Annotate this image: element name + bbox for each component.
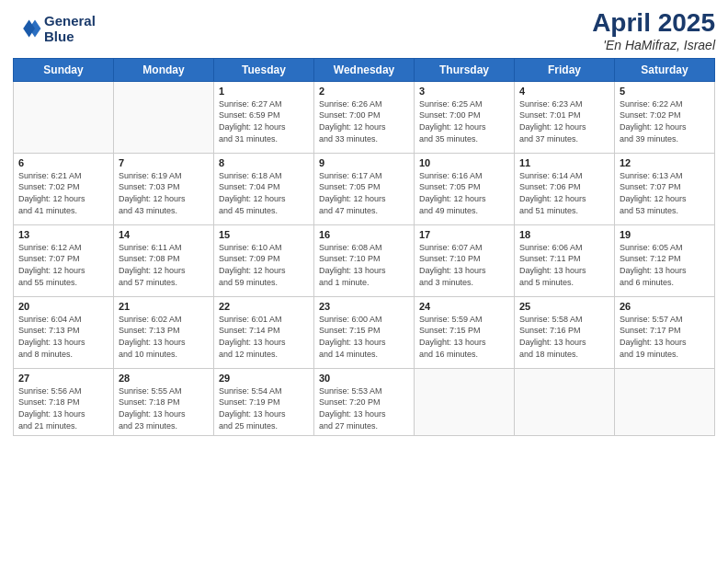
day-info: Sunrise: 5:55 AM Sunset: 7:18 PM Dayligh… — [119, 385, 209, 431]
day-number: 13 — [18, 229, 108, 240]
day-number: 12 — [620, 157, 710, 168]
day-info: Sunrise: 6:23 AM Sunset: 7:01 PM Dayligh… — [519, 98, 609, 144]
day-number: 9 — [319, 157, 409, 168]
page-container: General Blue April 2025 'En HaMifraz, Is… — [0, 0, 728, 563]
calendar-cell: 9Sunrise: 6:17 AM Sunset: 7:05 PM Daylig… — [314, 153, 415, 224]
calendar-cell: 15Sunrise: 6:10 AM Sunset: 7:09 PM Dayli… — [214, 224, 314, 296]
calendar-cell: 11Sunrise: 6:14 AM Sunset: 7:06 PM Dayli… — [515, 153, 615, 224]
calendar-table: SundayMondayTuesdayWednesdayThursdayFrid… — [13, 58, 715, 436]
day-info: Sunrise: 5:58 AM Sunset: 7:16 PM Dayligh… — [519, 314, 609, 360]
day-info: Sunrise: 6:00 AM Sunset: 7:15 PM Dayligh… — [319, 314, 409, 360]
day-number: 10 — [419, 157, 509, 168]
day-number: 2 — [319, 86, 409, 97]
day-info: Sunrise: 6:17 AM Sunset: 7:05 PM Dayligh… — [319, 170, 409, 216]
calendar-cell: 30Sunrise: 5:53 AM Sunset: 7:20 PM Dayli… — [314, 368, 415, 435]
title-block: April 2025 'En HaMifraz, Israel — [592, 9, 715, 52]
calendar-cell: 6Sunrise: 6:21 AM Sunset: 7:02 PM Daylig… — [14, 153, 114, 224]
day-info: Sunrise: 6:14 AM Sunset: 7:06 PM Dayligh… — [519, 170, 609, 216]
weekday-header-sunday: Sunday — [14, 58, 114, 81]
day-info: Sunrise: 6:02 AM Sunset: 7:13 PM Dayligh… — [119, 314, 209, 360]
day-info: Sunrise: 6:06 AM Sunset: 7:11 PM Dayligh… — [519, 242, 609, 288]
day-info: Sunrise: 6:21 AM Sunset: 7:02 PM Dayligh… — [18, 170, 108, 216]
day-number: 27 — [18, 373, 108, 384]
calendar-header-row: SundayMondayTuesdayWednesdayThursdayFrid… — [14, 58, 715, 81]
calendar-cell: 12Sunrise: 6:13 AM Sunset: 7:07 PM Dayli… — [615, 153, 715, 224]
day-info: Sunrise: 6:07 AM Sunset: 7:10 PM Dayligh… — [419, 242, 509, 288]
day-number: 17 — [419, 229, 509, 240]
day-info: Sunrise: 5:57 AM Sunset: 7:17 PM Dayligh… — [620, 314, 710, 360]
logo-icon — [13, 14, 42, 43]
day-number: 23 — [319, 301, 409, 312]
calendar-cell: 29Sunrise: 5:54 AM Sunset: 7:19 PM Dayli… — [214, 368, 314, 435]
day-number: 19 — [620, 229, 710, 240]
day-number: 8 — [219, 157, 309, 168]
day-info: Sunrise: 5:53 AM Sunset: 7:20 PM Dayligh… — [319, 385, 409, 431]
calendar-cell: 20Sunrise: 6:04 AM Sunset: 7:13 PM Dayli… — [14, 296, 114, 368]
weekday-header-wednesday: Wednesday — [314, 58, 415, 81]
day-number: 28 — [119, 373, 209, 384]
header: General Blue April 2025 'En HaMifraz, Is… — [13, 9, 715, 52]
weekday-header-monday: Monday — [114, 58, 214, 81]
calendar-cell: 23Sunrise: 6:00 AM Sunset: 7:15 PM Dayli… — [314, 296, 415, 368]
day-number: 4 — [519, 86, 609, 97]
day-number: 3 — [419, 86, 509, 97]
calendar-cell: 7Sunrise: 6:19 AM Sunset: 7:03 PM Daylig… — [114, 153, 214, 224]
logo: General Blue — [13, 13, 96, 44]
calendar-cell — [515, 368, 615, 435]
calendar-cell: 25Sunrise: 5:58 AM Sunset: 7:16 PM Dayli… — [515, 296, 615, 368]
day-number: 7 — [119, 157, 209, 168]
day-info: Sunrise: 6:11 AM Sunset: 7:08 PM Dayligh… — [119, 242, 209, 288]
calendar-cell — [615, 368, 715, 435]
calendar-cell — [14, 81, 114, 153]
day-number: 21 — [119, 301, 209, 312]
calendar-cell: 13Sunrise: 6:12 AM Sunset: 7:07 PM Dayli… — [14, 224, 114, 296]
calendar-cell: 14Sunrise: 6:11 AM Sunset: 7:08 PM Dayli… — [114, 224, 214, 296]
calendar-cell: 5Sunrise: 6:22 AM Sunset: 7:02 PM Daylig… — [615, 81, 715, 153]
day-number: 16 — [319, 229, 409, 240]
day-info: Sunrise: 5:54 AM Sunset: 7:19 PM Dayligh… — [219, 385, 309, 431]
calendar-cell: 28Sunrise: 5:55 AM Sunset: 7:18 PM Dayli… — [114, 368, 214, 435]
weekday-header-thursday: Thursday — [415, 58, 515, 81]
calendar-cell: 4Sunrise: 6:23 AM Sunset: 7:01 PM Daylig… — [515, 81, 615, 153]
day-number: 30 — [319, 373, 409, 384]
calendar-cell: 19Sunrise: 6:05 AM Sunset: 7:12 PM Dayli… — [615, 224, 715, 296]
day-number: 29 — [219, 373, 309, 384]
day-number: 6 — [18, 157, 108, 168]
day-info: Sunrise: 6:25 AM Sunset: 7:00 PM Dayligh… — [419, 98, 509, 144]
day-number: 5 — [620, 86, 710, 97]
month-title: April 2025 — [592, 9, 715, 38]
calendar-cell: 27Sunrise: 5:56 AM Sunset: 7:18 PM Dayli… — [14, 368, 114, 435]
weekday-header-saturday: Saturday — [615, 58, 715, 81]
weekday-header-friday: Friday — [515, 58, 615, 81]
day-number: 11 — [519, 157, 609, 168]
calendar-cell — [114, 81, 214, 153]
day-info: Sunrise: 6:04 AM Sunset: 7:13 PM Dayligh… — [18, 314, 108, 360]
calendar-cell: 1Sunrise: 6:27 AM Sunset: 6:59 PM Daylig… — [214, 81, 314, 153]
day-number: 26 — [620, 301, 710, 312]
day-info: Sunrise: 6:18 AM Sunset: 7:04 PM Dayligh… — [219, 170, 309, 216]
day-info: Sunrise: 5:59 AM Sunset: 7:15 PM Dayligh… — [419, 314, 509, 360]
calendar-cell: 16Sunrise: 6:08 AM Sunset: 7:10 PM Dayli… — [314, 224, 415, 296]
calendar-cell: 22Sunrise: 6:01 AM Sunset: 7:14 PM Dayli… — [214, 296, 314, 368]
calendar-cell: 17Sunrise: 6:07 AM Sunset: 7:10 PM Dayli… — [415, 224, 515, 296]
day-info: Sunrise: 6:27 AM Sunset: 6:59 PM Dayligh… — [219, 98, 309, 144]
day-info: Sunrise: 6:05 AM Sunset: 7:12 PM Dayligh… — [620, 242, 710, 288]
day-number: 18 — [519, 229, 609, 240]
location: 'En HaMifraz, Israel — [592, 38, 715, 52]
day-info: Sunrise: 6:16 AM Sunset: 7:05 PM Dayligh… — [419, 170, 509, 216]
weekday-header-tuesday: Tuesday — [214, 58, 314, 81]
calendar-cell: 26Sunrise: 5:57 AM Sunset: 7:17 PM Dayli… — [615, 296, 715, 368]
day-number: 24 — [419, 301, 509, 312]
calendar-cell: 10Sunrise: 6:16 AM Sunset: 7:05 PM Dayli… — [415, 153, 515, 224]
day-info: Sunrise: 6:26 AM Sunset: 7:00 PM Dayligh… — [319, 98, 409, 144]
day-info: Sunrise: 6:22 AM Sunset: 7:02 PM Dayligh… — [620, 98, 710, 144]
day-number: 22 — [219, 301, 309, 312]
day-number: 15 — [219, 229, 309, 240]
day-info: Sunrise: 6:10 AM Sunset: 7:09 PM Dayligh… — [219, 242, 309, 288]
calendar-cell: 18Sunrise: 6:06 AM Sunset: 7:11 PM Dayli… — [515, 224, 615, 296]
calendar-cell: 8Sunrise: 6:18 AM Sunset: 7:04 PM Daylig… — [214, 153, 314, 224]
calendar-cell: 3Sunrise: 6:25 AM Sunset: 7:00 PM Daylig… — [415, 81, 515, 153]
day-number: 20 — [18, 301, 108, 312]
day-number: 25 — [519, 301, 609, 312]
calendar-cell — [415, 368, 515, 435]
